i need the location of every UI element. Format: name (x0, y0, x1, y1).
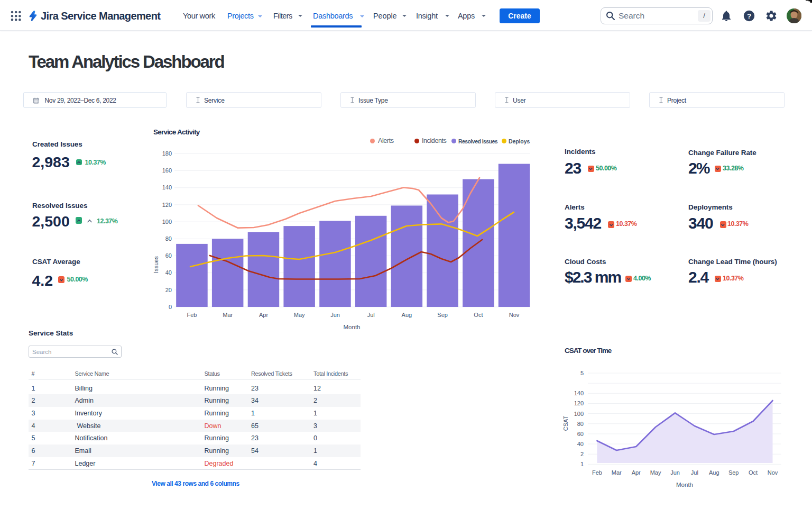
svg-text:1: 1 (580, 461, 584, 467)
svg-text:120: 120 (162, 202, 172, 208)
svg-text:180: 180 (162, 150, 172, 157)
svg-text:Month: Month (676, 482, 693, 488)
svg-text:Feb: Feb (187, 312, 197, 318)
svg-text:160: 160 (162, 167, 172, 174)
svg-text:120: 120 (574, 400, 584, 406)
svg-text:Aug: Aug (402, 312, 412, 318)
svg-text:Aug: Aug (709, 469, 719, 476)
svg-text:5: 5 (580, 370, 584, 376)
svg-text:Jun: Jun (330, 312, 340, 318)
svg-text:2: 2 (580, 451, 584, 457)
svg-text:100: 100 (162, 219, 172, 225)
svg-text:Apr: Apr (632, 469, 641, 476)
svg-text:Feb: Feb (592, 469, 602, 476)
svg-text:CSAT: CSAT (562, 415, 569, 431)
svg-text:Oct: Oct (749, 469, 758, 476)
svg-text:0: 0 (169, 304, 172, 310)
svg-text:140: 140 (162, 184, 172, 190)
svg-text:140: 140 (574, 390, 584, 396)
svg-text:80: 80 (577, 421, 584, 427)
svg-text:Mar: Mar (612, 469, 622, 476)
svg-text:Jul: Jul (367, 312, 375, 318)
svg-text:40: 40 (165, 269, 172, 276)
svg-text:Oct: Oct (474, 312, 483, 318)
svg-text:60: 60 (577, 431, 584, 437)
svg-text:Jun: Jun (670, 469, 680, 476)
svg-text:Nov: Nov (768, 469, 778, 476)
svg-text:Issues: Issues (153, 256, 159, 273)
svg-text:Month: Month (344, 324, 361, 330)
svg-text:Mar: Mar (223, 312, 233, 318)
svg-text:20: 20 (165, 287, 172, 293)
svg-text:?: ? (747, 12, 751, 20)
svg-text:Jul: Jul (691, 469, 698, 476)
svg-text:May: May (294, 312, 305, 318)
svg-text:May: May (650, 469, 661, 476)
svg-text:80: 80 (165, 235, 172, 242)
svg-text:40: 40 (577, 441, 584, 447)
svg-text:Apr: Apr (259, 312, 268, 318)
svg-text:100: 100 (574, 411, 584, 417)
svg-text:60: 60 (165, 252, 172, 259)
svg-text:Sep: Sep (437, 312, 448, 318)
svg-text:Nov: Nov (509, 312, 520, 318)
svg-text:Sep: Sep (728, 469, 739, 476)
